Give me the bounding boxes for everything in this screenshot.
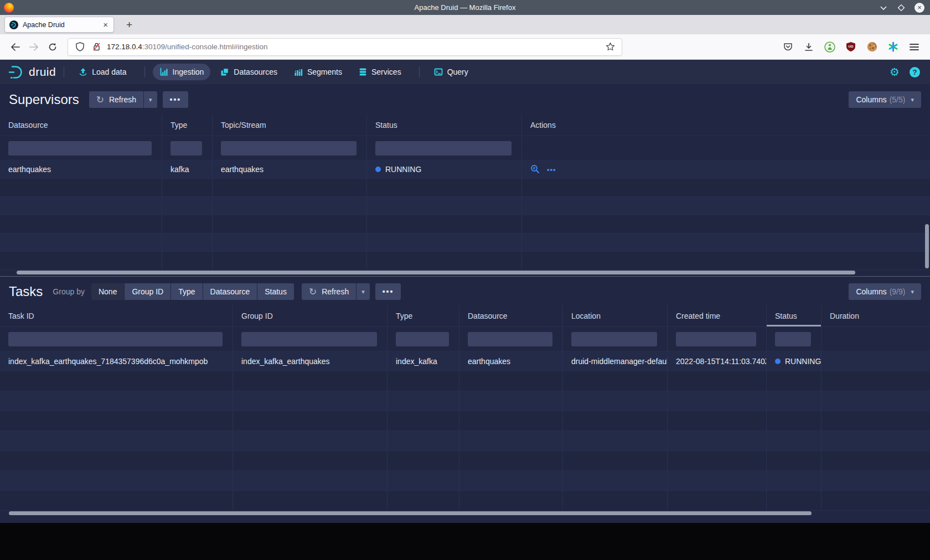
empty-row bbox=[0, 252, 930, 270]
group-by-status-button[interactable]: Status bbox=[257, 283, 294, 300]
tasks-more-button[interactable]: ••• bbox=[375, 283, 401, 300]
vertical-scrollbar[interactable] bbox=[925, 224, 929, 268]
url-host: 172.18.0.4 bbox=[107, 43, 142, 51]
empty-row bbox=[0, 451, 930, 471]
supervisors-refresh-button[interactable]: ↻Refresh bbox=[89, 91, 143, 108]
group-by-none-button[interactable]: None bbox=[91, 283, 124, 300]
task-group-id: index_kafka_earthquakes bbox=[233, 351, 388, 371]
extension-asterisk-icon[interactable] bbox=[887, 41, 899, 53]
menu-hamburger-icon[interactable] bbox=[908, 41, 920, 53]
supervisors-table: Datasource Type Topic/Stream Status Acti… bbox=[0, 114, 930, 275]
refresh-icon: ↻ bbox=[96, 95, 104, 105]
downloads-icon[interactable] bbox=[803, 41, 815, 53]
ingestion-icon bbox=[159, 68, 168, 76]
filter-status-input[interactable] bbox=[775, 332, 811, 346]
filter-status-input[interactable] bbox=[375, 141, 512, 155]
empty-row bbox=[0, 197, 930, 215]
url-text[interactable]: 172.18.0.4:30109/unified-console.html#in… bbox=[107, 43, 604, 51]
row-more-actions-icon[interactable]: ••• bbox=[547, 165, 556, 174]
col-header-actions[interactable]: Actions bbox=[522, 114, 930, 136]
window-minimize-button[interactable] bbox=[879, 3, 888, 12]
task-row[interactable]: index_kafka_earthquakes_7184357396d6c0a_… bbox=[0, 351, 930, 371]
druid-logo[interactable]: druid bbox=[8, 65, 56, 80]
window-titlebar: Apache Druid — Mozilla Firefox × bbox=[0, 0, 930, 15]
col-header-location[interactable]: Location bbox=[563, 305, 668, 326]
nav-item-label: Load data bbox=[92, 68, 126, 76]
filter-topic-input[interactable] bbox=[221, 141, 356, 155]
horizontal-scrollbar[interactable] bbox=[17, 271, 855, 274]
group-by-type-button[interactable]: Type bbox=[171, 283, 202, 300]
filter-datasource-input[interactable] bbox=[8, 141, 152, 155]
group-by-group-id-button[interactable]: Group ID bbox=[125, 283, 170, 300]
col-header-created-time[interactable]: Created time bbox=[668, 305, 767, 326]
pocket-icon[interactable] bbox=[782, 41, 794, 53]
bookmark-star-icon[interactable] bbox=[604, 41, 616, 53]
filter-location-input[interactable] bbox=[571, 332, 657, 346]
help-icon[interactable]: ? bbox=[910, 67, 920, 77]
new-tab-button[interactable]: + bbox=[123, 19, 136, 31]
col-header-type[interactable]: Type bbox=[162, 114, 213, 136]
window-close-button[interactable]: × bbox=[914, 3, 924, 13]
nav-item-label: Services bbox=[371, 68, 401, 76]
supervisors-more-button[interactable]: ••• bbox=[163, 91, 189, 108]
tasks-header: Tasks Group by None Group ID Type Dataso… bbox=[0, 279, 930, 305]
nav-item-services[interactable]: Services bbox=[352, 64, 408, 80]
supervisors-columns-button[interactable]: Columns(5/5)▾ bbox=[849, 91, 921, 108]
nav-separator bbox=[144, 66, 145, 77]
filter-group-id-input[interactable] bbox=[241, 332, 377, 346]
empty-row bbox=[0, 371, 930, 391]
window-maximize-button[interactable] bbox=[897, 3, 906, 12]
forward-button[interactable] bbox=[25, 39, 42, 55]
col-header-status-sorted[interactable]: Status bbox=[767, 305, 822, 326]
nav-item-label: Segments bbox=[307, 68, 342, 76]
col-header-duration[interactable]: Duration bbox=[822, 305, 930, 326]
url-bar[interactable]: 172.18.0.4:30109/unified-console.html#in… bbox=[68, 38, 622, 56]
cookie-icon[interactable] bbox=[866, 41, 878, 53]
group-by-datasource-button[interactable]: Datasource bbox=[203, 283, 257, 300]
filter-datasource-input[interactable] bbox=[468, 332, 552, 346]
back-button[interactable] bbox=[7, 39, 23, 55]
settings-gear-icon[interactable]: ⚙ bbox=[890, 66, 900, 77]
supervisors-filter-row bbox=[0, 136, 930, 160]
tab-close-icon[interactable]: × bbox=[102, 20, 109, 29]
reload-button[interactable] bbox=[44, 39, 61, 55]
nav-item-load-data[interactable]: Load data bbox=[72, 64, 133, 80]
col-header-type[interactable]: Type bbox=[388, 305, 459, 326]
status-dot-icon bbox=[375, 167, 381, 172]
nav-item-query[interactable]: Query bbox=[427, 64, 475, 80]
col-header-task-id[interactable]: Task ID bbox=[0, 305, 233, 326]
horizontal-scrollbar[interactable] bbox=[9, 511, 812, 515]
col-header-status[interactable]: Status bbox=[367, 114, 522, 136]
filter-type-input[interactable] bbox=[170, 141, 202, 155]
ublock-icon[interactable]: UO bbox=[845, 41, 857, 53]
filter-created-time-input[interactable] bbox=[676, 332, 756, 346]
task-datasource: earthquakes bbox=[459, 351, 563, 371]
extension-green-icon[interactable] bbox=[824, 41, 836, 53]
supervisor-row[interactable]: earthquakes kafka earthquakes RUNNING ••… bbox=[0, 160, 930, 179]
browser-tab[interactable]: Apache Druid × bbox=[4, 17, 114, 33]
filter-type-input[interactable] bbox=[396, 332, 449, 346]
col-header-group-id[interactable]: Group ID bbox=[233, 305, 388, 326]
status-dot-icon bbox=[775, 359, 781, 364]
segments-icon bbox=[294, 68, 303, 76]
tasks-table: Task ID Group ID Type Datasource Locatio… bbox=[0, 305, 930, 516]
task-location: druid-middlemanager-defaul... bbox=[563, 351, 668, 371]
tracking-shield-icon[interactable] bbox=[74, 41, 86, 53]
tasks-refresh-caret-button[interactable]: ▾ bbox=[356, 283, 370, 300]
tab-title: Apache Druid bbox=[23, 21, 102, 29]
nav-item-datasources[interactable]: Datasources bbox=[214, 64, 284, 80]
insecure-lock-icon[interactable] bbox=[90, 41, 102, 53]
detail-magnifier-icon[interactable] bbox=[530, 164, 540, 174]
nav-item-segments[interactable]: Segments bbox=[287, 64, 349, 80]
browser-toolbar: 172.18.0.4:30109/unified-console.html#in… bbox=[0, 34, 930, 60]
filter-task-id-input[interactable] bbox=[8, 332, 223, 346]
nav-item-ingestion[interactable]: Ingestion bbox=[153, 64, 211, 80]
col-header-topic-stream[interactable]: Topic/Stream bbox=[213, 114, 367, 136]
empty-row bbox=[0, 391, 930, 411]
col-header-datasource[interactable]: Datasource bbox=[459, 305, 563, 326]
task-id: index_kafka_earthquakes_7184357396d6c0a_… bbox=[0, 351, 233, 371]
tasks-columns-button[interactable]: Columns(9/9)▾ bbox=[849, 283, 921, 300]
supervisors-refresh-caret-button[interactable]: ▾ bbox=[144, 91, 157, 108]
col-header-datasource[interactable]: Datasource bbox=[0, 114, 162, 136]
tasks-refresh-button[interactable]: ↻Refresh bbox=[302, 283, 356, 300]
